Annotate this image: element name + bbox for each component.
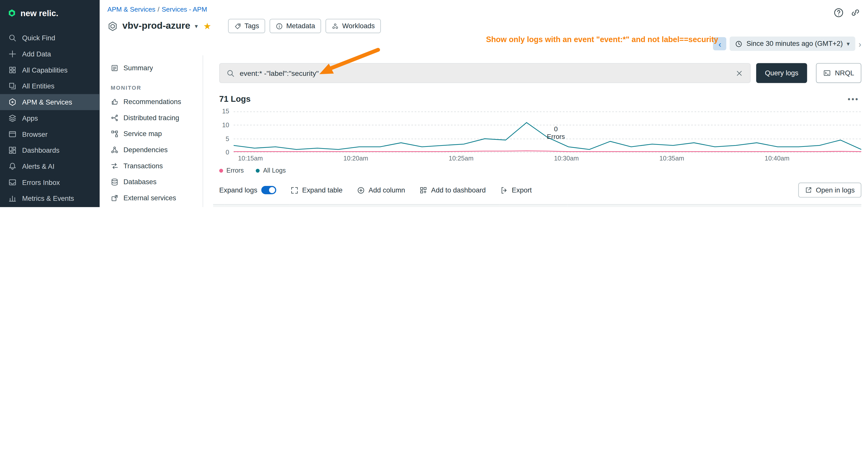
expand-table-button[interactable]: Expand table xyxy=(290,186,342,194)
y-axis-tick: 10 xyxy=(222,122,229,128)
tag-icon xyxy=(234,23,241,30)
open-in-logs-button[interactable]: Open in logs xyxy=(798,183,862,197)
dependencies-icon xyxy=(111,146,119,154)
x-axis-tick: 10:15am xyxy=(238,155,263,162)
search-icon xyxy=(226,69,235,77)
clock-icon xyxy=(736,40,743,47)
time-picker[interactable]: Since 30 minutes ago (GMT+2) ▾ xyxy=(730,36,856,51)
bell-icon xyxy=(8,162,17,170)
entity-title-row: vbv-prod-azure ▾ ★ Tags Metadata Workloa… xyxy=(99,13,868,33)
workloads-icon xyxy=(332,23,339,30)
plus-circle-icon xyxy=(357,186,365,194)
timestamp-column-header[interactable]: timestamp xyxy=(224,204,289,207)
sidebar-item-infrastructure[interactable]: Infrastructure xyxy=(0,206,99,207)
sidebar-item-add-data[interactable]: Add Data xyxy=(0,46,99,62)
service-nav-summary[interactable]: Summary xyxy=(106,60,197,76)
apm-hexagon-icon xyxy=(8,98,17,106)
logs-toolbar: Expand logs Expand table Add column Add … xyxy=(219,183,862,197)
panel-more-menu[interactable]: ••• xyxy=(847,94,861,103)
service-map-icon xyxy=(111,130,119,137)
legend-all-logs[interactable]: All Logs xyxy=(256,167,285,173)
add-column-button[interactable]: Add column xyxy=(357,186,405,194)
sidebar-item-apm-services[interactable]: APM & Services xyxy=(0,94,99,110)
tags-button[interactable]: Tags xyxy=(228,19,265,33)
open-external-icon xyxy=(805,187,812,194)
sidebar-item-all-capabilities[interactable]: All Capabilities xyxy=(0,62,99,78)
sidebar-item-browser[interactable]: Browser xyxy=(0,126,99,142)
log-query-input[interactable] xyxy=(240,69,730,77)
entity-dropdown-chevron[interactable]: ▾ xyxy=(195,23,198,30)
section-monitor: MONITOR xyxy=(106,85,197,91)
service-nav-databases[interactable]: Databases xyxy=(106,174,197,190)
query-logs-button[interactable]: Query logs xyxy=(756,63,807,83)
service-nav-recommendations[interactable]: Recommendations xyxy=(106,94,197,109)
dashboard-plus-icon xyxy=(420,186,427,194)
x-axis-tick: 10:25am xyxy=(448,155,473,162)
legend-errors[interactable]: Errors xyxy=(219,167,244,173)
breadcrumb-apm-services[interactable]: APM & Services xyxy=(107,5,155,13)
sidebar-item-quick-find[interactable]: Quick Find xyxy=(0,30,99,46)
log-search-box[interactable] xyxy=(219,63,750,83)
service-nav-dependencies[interactable]: Dependencies xyxy=(106,141,197,158)
service-nav-distributed-tracing[interactable]: Distributed tracing xyxy=(106,109,197,126)
x-axis-tick: 10:20am xyxy=(343,155,368,162)
add-to-dashboard-button[interactable]: Add to dashboard xyxy=(420,186,486,194)
service-nav-transactions[interactable]: Transactions xyxy=(106,158,197,174)
external-services-icon xyxy=(111,194,119,202)
select-column-header xyxy=(213,204,224,207)
global-nav-list: Quick Find Add Data All Capabilities All… xyxy=(0,30,99,207)
sidebar-item-all-entities[interactable]: All Entities xyxy=(0,78,99,94)
clear-query-icon[interactable] xyxy=(735,69,743,77)
export-button[interactable]: Export xyxy=(500,186,532,194)
content-column: APM & Services/Services - APM vbv-prod-a… xyxy=(99,0,868,207)
entities-icon xyxy=(8,82,17,91)
logs-count-title: 71 Logs xyxy=(219,94,251,103)
logo-text: new relic. xyxy=(21,8,58,18)
header-utility-icons xyxy=(834,8,860,18)
newrelic-logo[interactable]: new relic. xyxy=(0,0,99,26)
expand-logs-toggle[interactable]: Expand logs xyxy=(219,186,276,194)
time-forward-chevron[interactable]: › xyxy=(859,39,862,48)
workloads-button[interactable]: Workloads xyxy=(326,19,381,33)
breadcrumb-services-apm[interactable]: Services - APM xyxy=(161,5,207,13)
nrql-icon xyxy=(824,69,831,77)
summary-icon xyxy=(111,64,119,72)
tracing-icon xyxy=(111,113,119,122)
export-icon xyxy=(500,186,508,194)
x-axis-tick: 10:40am xyxy=(765,155,789,162)
expand-icon xyxy=(290,186,299,194)
entity-chips: Tags Metadata Workloads xyxy=(228,19,381,33)
logs-panel-header: 71 Logs ••• xyxy=(219,94,862,103)
sidebar-item-apps[interactable]: Apps xyxy=(0,110,99,126)
browser-icon xyxy=(8,130,17,138)
metadata-button[interactable]: Metadata xyxy=(270,19,321,33)
expand-logs-switch[interactable] xyxy=(261,186,276,194)
x-axis-tick: 10:30am xyxy=(554,155,579,162)
table-header-row: timestamp event label request_client_ip xyxy=(213,204,862,207)
request-client-ip-column-header[interactable]: request_client_ip xyxy=(567,204,861,207)
sidebar-item-alerts-ai[interactable]: Alerts & AI xyxy=(0,158,99,174)
label-column-header[interactable]: label xyxy=(500,204,567,207)
favorite-star-icon[interactable]: ★ xyxy=(204,21,212,31)
search-icon xyxy=(8,33,17,42)
newrelic-app: new relic. Quick Find Add Data All Capab… xyxy=(0,0,868,207)
event-column-header[interactable]: event xyxy=(289,204,500,207)
time-picker-chevron: ▾ xyxy=(846,40,849,47)
sidebar-item-dashboards[interactable]: Dashboards xyxy=(0,142,99,158)
help-circle-icon[interactable] xyxy=(834,8,844,18)
plus-icon xyxy=(8,50,17,59)
nrql-button[interactable]: NRQL xyxy=(816,63,862,83)
dashboards-icon xyxy=(8,146,17,155)
y-axis-tick: 15 xyxy=(222,108,229,115)
service-nav-external-services[interactable]: External services xyxy=(106,190,197,206)
chart-legend: Errors All Logs xyxy=(219,167,862,173)
x-axis: 10:15am10:20am10:25am10:30am10:35am10:40… xyxy=(234,155,862,163)
transactions-icon xyxy=(111,162,119,169)
inbox-icon xyxy=(8,178,17,187)
time-picker-row: ‹ Since 30 minutes ago (GMT+2) ▾ › xyxy=(713,36,862,51)
page-title: vbv-prod-azure xyxy=(122,21,190,32)
service-nav-service-map[interactable]: Service map xyxy=(106,126,197,142)
sidebar-item-errors-inbox[interactable]: Errors Inbox xyxy=(0,174,99,191)
permalink-icon[interactable] xyxy=(850,8,861,18)
sidebar-item-metrics-events[interactable]: Metrics & Events xyxy=(0,191,99,206)
